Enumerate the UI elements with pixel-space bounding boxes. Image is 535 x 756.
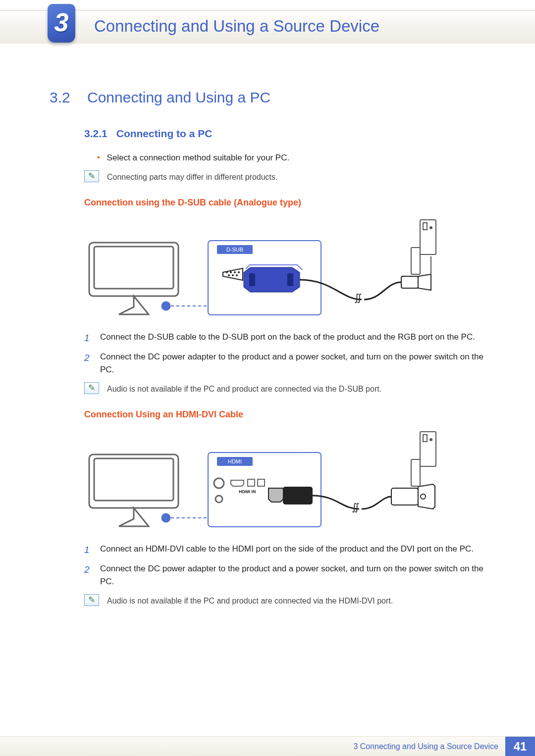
hdmi-heading: Connection Using an HDMI-DVI Cable	[84, 409, 485, 420]
svg-rect-39	[423, 435, 427, 442]
svg-point-12	[232, 275, 233, 276]
svg-rect-19	[423, 223, 427, 230]
note-icon	[84, 382, 99, 394]
svg-rect-21	[411, 248, 420, 274]
svg-rect-15	[287, 273, 293, 286]
svg-text:∬: ∬	[352, 502, 360, 513]
svg-text:∬: ∬	[354, 292, 362, 303]
monitor-icon	[89, 243, 178, 314]
note-text: Audio is not available if the PC and pro…	[107, 594, 393, 607]
note-row: Connecting parts may differ in different…	[84, 170, 485, 184]
svg-rect-36	[391, 488, 418, 505]
chapter-number: 3	[54, 7, 69, 37]
svg-point-8	[230, 272, 231, 273]
subsection-heading: 3.2.1 Connecting to a PC	[84, 128, 485, 140]
chapter-badge: 3	[48, 4, 75, 43]
svg-point-20	[430, 227, 432, 229]
svg-text:HDMI IN: HDMI IN	[239, 489, 256, 494]
dsub-heading: Connection using the D-SUB cable (Analog…	[84, 198, 485, 208]
subsection-title: Connecting to a PC	[116, 128, 213, 140]
svg-point-13	[236, 275, 237, 276]
svg-point-7	[226, 272, 227, 273]
note-text: Audio is not available if the PC and pro…	[107, 382, 381, 396]
footer-text: 3 Connecting and Using a Source Device	[353, 742, 498, 751]
step-text: Connect the D-SUB cable to the D-SUB por…	[100, 331, 475, 345]
step-text: Connect an HDMI-DVI cable to the HDMI po…	[100, 543, 474, 557]
content-area: 3.2 Connecting and Using a PC 3.2.1 Conn…	[50, 89, 485, 613]
note-text: Connecting parts may differ in different…	[107, 170, 277, 184]
hdmi-steps: 1 Connect an HDMI-DVI cable to the HDMI …	[84, 543, 485, 588]
dsub-steps: 1 Connect the D-SUB cable to the D-SUB p…	[84, 331, 485, 376]
step-number: 2	[84, 562, 93, 589]
svg-point-11	[228, 275, 229, 276]
svg-text:D-SUB: D-SUB	[226, 247, 243, 252]
step-number: 2	[84, 351, 93, 377]
note-row: Audio is not available if the PC and pro…	[84, 594, 485, 607]
note-icon	[84, 170, 99, 182]
svg-rect-32	[258, 479, 265, 486]
step-item: 1 Connect an HDMI-DVI cable to the HDMI …	[84, 543, 485, 557]
note-row: Audio is not available if the PC and pro…	[84, 382, 485, 396]
svg-point-29	[214, 478, 224, 488]
page-footer: 3 Connecting and Using a Source Device 4…	[0, 736, 535, 756]
page: 3 Connecting and Using a Source Device 3…	[0, 0, 535, 756]
hdmi-note-block: Audio is not available if the PC and pro…	[84, 594, 485, 607]
footer-page-number: 41	[505, 737, 535, 756]
section-number: 3.2	[50, 89, 75, 106]
svg-rect-17	[401, 276, 418, 288]
section-heading: 3.2 Connecting and Using a PC	[50, 89, 485, 106]
dsub-note-block: Audio is not available if the PC and pro…	[84, 382, 485, 396]
pc-tower-icon	[411, 220, 436, 274]
step-number: 1	[84, 331, 93, 345]
step-item: 1 Connect the D-SUB cable to the D-SUB p…	[84, 331, 485, 345]
svg-point-2	[162, 302, 170, 310]
svg-point-9	[234, 272, 235, 273]
step-number: 1	[84, 543, 93, 557]
svg-text:HDMI: HDMI	[228, 458, 242, 464]
bullet-text: Select a connection method suitable for …	[107, 151, 290, 164]
note-icon	[84, 594, 99, 606]
svg-rect-23	[94, 458, 173, 501]
step-item: 2 Connect the DC power adapter to the pr…	[84, 351, 485, 377]
step-text: Connect the DC power adapter to the prod…	[100, 562, 485, 589]
pc-tower-icon	[411, 432, 436, 486]
svg-point-37	[421, 494, 426, 499]
hdmi-diagram: HDMI HDMI IN ∬	[84, 430, 441, 534]
dsub-diagram: D-SUB ∬	[84, 218, 441, 322]
step-item: 2 Connect the DC power adapter to the pr…	[84, 562, 485, 589]
svg-point-24	[162, 514, 170, 522]
chapter-title: Connecting and Using a Source Device	[94, 17, 379, 36]
section-title: Connecting and Using a PC	[87, 89, 270, 106]
svg-rect-41	[411, 459, 420, 486]
step-text: Connect the DC power adapter to the prod…	[100, 351, 485, 377]
svg-rect-1	[94, 247, 173, 289]
svg-rect-34	[283, 487, 312, 504]
intro-block: • Select a connection method suitable fo…	[84, 151, 485, 184]
svg-point-40	[430, 439, 432, 441]
svg-rect-31	[248, 479, 255, 486]
svg-point-10	[238, 272, 239, 273]
svg-point-30	[215, 496, 222, 503]
svg-rect-38	[420, 432, 436, 466]
bullet-item: • Select a connection method suitable fo…	[84, 151, 485, 164]
subsection-number: 3.2.1	[84, 128, 107, 140]
svg-rect-14	[249, 273, 255, 286]
bullet-dot: •	[97, 151, 100, 164]
monitor-icon	[89, 454, 178, 526]
svg-rect-18	[420, 220, 436, 254]
